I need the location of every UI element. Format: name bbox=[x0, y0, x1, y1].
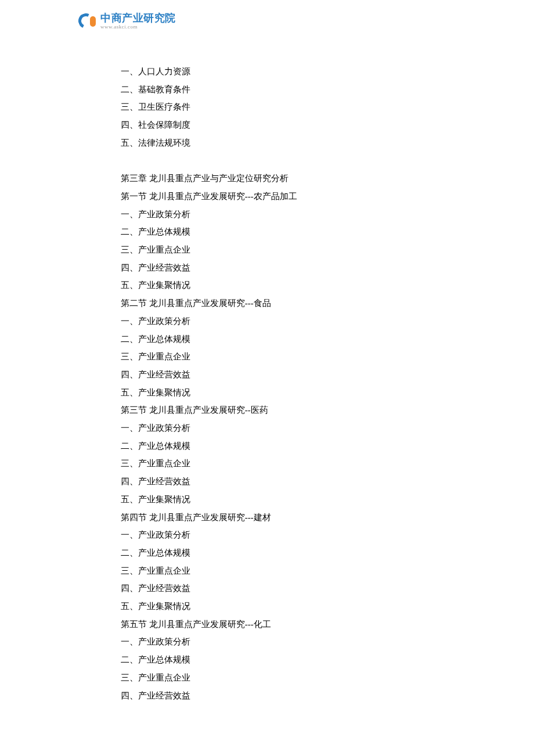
toc-item: 五、法律法规环境 bbox=[121, 134, 446, 152]
toc-item: 一、产业政策分析 bbox=[121, 206, 446, 224]
toc-item: 三、产业重点企业 bbox=[121, 241, 446, 259]
toc-item: 三、产业重点企业 bbox=[121, 562, 446, 580]
toc-section: 第一节 龙川县重点产业发展研究---农产品加工 bbox=[121, 188, 446, 206]
toc-section: 第四节 龙川县重点产业发展研究---建材 bbox=[121, 509, 446, 527]
toc-item: 五、产业集聚情况 bbox=[121, 491, 446, 509]
toc-item: 二、产业总体规模 bbox=[121, 651, 446, 669]
toc-item: 四、产业经营效益 bbox=[121, 366, 446, 384]
toc-item: 一、人口人力资源 bbox=[121, 63, 446, 81]
toc-item: 四、产业经营效益 bbox=[121, 473, 446, 491]
toc-item: 五、产业集聚情况 bbox=[121, 384, 446, 402]
toc-section: 第五节 龙川县重点产业发展研究---化工 bbox=[121, 615, 446, 633]
logo-text: 中商产业研究院 www.askci.com bbox=[100, 13, 176, 30]
toc-section: 第三节 龙川县重点产业发展研究--医药 bbox=[121, 401, 446, 419]
toc-item: 二、产业总体规模 bbox=[121, 223, 446, 241]
toc-item: 三、卫生医疗条件 bbox=[121, 98, 446, 116]
toc-item: 二、产业总体规模 bbox=[121, 437, 446, 455]
toc-item: 三、产业重点企业 bbox=[121, 455, 446, 473]
toc-item: 四、产业经营效益 bbox=[121, 579, 446, 597]
logo-url: www.askci.com bbox=[100, 24, 176, 30]
brand-logo: 中商产业研究院 www.askci.com bbox=[78, 12, 176, 30]
toc-content: 一、人口人力资源 二、基础教育条件 三、卫生医疗条件 四、社会保障制度 五、法律… bbox=[121, 63, 446, 704]
toc-item: 一、产业政策分析 bbox=[121, 312, 446, 330]
toc-chapter: 第三章 龙川县重点产业与产业定位研究分析 bbox=[121, 170, 446, 188]
section-gap bbox=[121, 152, 446, 170]
toc-item: 四、产业经营效益 bbox=[121, 687, 446, 705]
toc-item: 二、产业总体规模 bbox=[121, 330, 446, 348]
toc-item: 一、产业政策分析 bbox=[121, 633, 446, 651]
toc-item: 五、产业集聚情况 bbox=[121, 276, 446, 294]
toc-item: 一、产业政策分析 bbox=[121, 526, 446, 544]
toc-item: 三、产业重点企业 bbox=[121, 348, 446, 366]
toc-item: 四、社会保障制度 bbox=[121, 116, 446, 134]
logo-title-cn: 中商产业研究院 bbox=[100, 13, 176, 23]
toc-item: 二、基础教育条件 bbox=[121, 81, 446, 99]
toc-item: 三、产业重点企业 bbox=[121, 669, 446, 687]
toc-item: 二、产业总体规模 bbox=[121, 544, 446, 562]
toc-item: 五、产业集聚情况 bbox=[121, 597, 446, 615]
toc-section: 第二节 龙川县重点产业发展研究---食品 bbox=[121, 294, 446, 312]
toc-item: 四、产业经营效益 bbox=[121, 259, 446, 277]
logo-icon bbox=[78, 12, 97, 30]
toc-item: 一、产业政策分析 bbox=[121, 419, 446, 437]
